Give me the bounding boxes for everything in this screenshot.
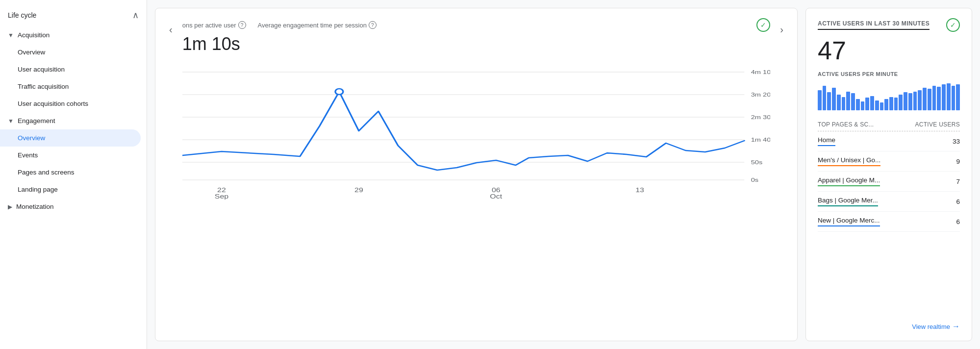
sidebar-item-overview-eng[interactable]: Overview [0, 129, 141, 147]
realtime-header: ACTIVE USERS IN LAST 30 MINUTES ✓ [818, 18, 960, 32]
bar [875, 100, 879, 110]
svg-text:22: 22 [217, 187, 226, 194]
acquisition-label: Acquisition [18, 31, 50, 39]
realtime-card: ACTIVE USERS IN LAST 30 MINUTES ✓ 47 ACT… [805, 8, 972, 341]
chart-center: ons per active user ? Average engagement… [182, 18, 771, 199]
sidebar-item-events[interactable]: Events [0, 147, 141, 164]
realtime-title: ACTIVE USERS IN LAST 30 MINUTES [818, 20, 930, 30]
bar [918, 90, 922, 110]
view-realtime-link[interactable]: View realtime → [818, 316, 960, 331]
chart-svg: 4m 10s 3m 20s 2m 30s 1m 40s 50s 0s 22 Se… [182, 62, 771, 199]
sidebar-item-user-acquisition-cohorts[interactable]: User acquisition cohorts [0, 95, 141, 112]
lifecycle-header[interactable]: Life cycle ∧ [0, 4, 147, 26]
metric-value: 1m 10s [182, 34, 771, 54]
bar [923, 88, 927, 110]
svg-text:0s: 0s [751, 177, 758, 183]
bar [956, 84, 960, 110]
table-row: Apparel | Google M...7 [818, 172, 960, 192]
sidebar-item-traffic-acquisition[interactable]: Traffic acquisition [0, 78, 141, 95]
bar [827, 92, 831, 110]
sidebar-item-overview-acq[interactable]: Overview [0, 44, 141, 61]
col2-header: ACTIVE USERS [915, 121, 960, 128]
bar [861, 101, 865, 110]
bar [837, 95, 841, 110]
table-row: Men's / Unisex | Go...9 [818, 151, 960, 172]
sidebar-item-user-acquisition[interactable]: User acquisition [0, 61, 141, 78]
metric-info-icon[interactable]: ? [238, 21, 246, 29]
chart-header: ons per active user ? Average engagement… [182, 18, 771, 32]
bar [928, 89, 931, 110]
svg-text:3m 20s: 3m 20s [751, 92, 770, 98]
bar [884, 99, 888, 110]
bar [942, 84, 946, 110]
bar [908, 93, 912, 110]
table-row: New | Google Merc...6 [818, 212, 960, 232]
avg-engagement-label: Average engagement time per session ? [258, 21, 377, 29]
bar [880, 102, 884, 111]
next-arrow[interactable]: › [778, 22, 785, 37]
bar [870, 96, 874, 110]
bar [899, 95, 903, 110]
table-row-label: Bags | Google Mer... [818, 197, 878, 206]
per-minute-bar-chart [818, 81, 960, 110]
svg-text:50s: 50s [751, 159, 762, 166]
table-row: Bags | Google Mer...6 [818, 192, 960, 212]
line-chart: 4m 10s 3m 20s 2m 30s 1m 40s 50s 0s 22 Se… [182, 62, 771, 199]
monetization-arrow: ▶ [8, 203, 12, 210]
lifecycle-chevron: ∧ [132, 10, 139, 21]
table-row-value: 9 [956, 158, 960, 165]
per-minute-label: ACTIVE USERS PER MINUTE [818, 71, 960, 77]
bar [842, 97, 846, 111]
acquisition-arrow: ▼ [8, 32, 14, 39]
bar [846, 92, 850, 111]
sidebar-item-pages-and-screens[interactable]: Pages and screens [0, 164, 141, 181]
table-row-label: Men's / Unisex | Go... [818, 156, 880, 166]
table-header: TOP PAGES & SC... ACTIVE USERS [818, 118, 960, 131]
table-body: Home33Men's / Unisex | Go...9Apparel | G… [818, 131, 960, 232]
monetization-label: Monetization [16, 203, 54, 210]
sidebar-item-monetization[interactable]: ▶ Monetization [0, 198, 147, 215]
bar [937, 87, 941, 110]
main-content: ‹ ons per active user ? Average engageme… [147, 0, 980, 349]
table-row-label: Apparel | Google M... [818, 176, 880, 186]
view-realtime-label: View realtime [912, 323, 950, 330]
sidebar-item-engagement[interactable]: ▼ Engagement [0, 112, 147, 129]
svg-text:13: 13 [635, 187, 644, 194]
table-row-value: 7 [956, 178, 960, 185]
chart-nav: ‹ ons per active user ? Average engageme… [167, 18, 785, 199]
sidebar: Life cycle ∧ ▼ Acquisition Overview User… [0, 0, 147, 349]
bar [932, 86, 936, 110]
chart-card: ‹ ons per active user ? Average engageme… [155, 8, 798, 341]
table-row-value: 6 [956, 218, 960, 225]
engagement-label: Engagement [18, 117, 55, 125]
bar [818, 90, 822, 110]
table-row-label: New | Google Merc... [818, 217, 880, 226]
col1-header: TOP PAGES & SC... [818, 121, 874, 128]
bar [913, 92, 917, 111]
svg-text:29: 29 [354, 187, 363, 194]
sidebar-item-landing-page[interactable]: Landing page [0, 181, 141, 198]
bar [889, 97, 893, 111]
bar [851, 93, 855, 110]
bar [947, 83, 951, 110]
svg-text:1m 40s: 1m 40s [751, 137, 770, 143]
lifecycle-label: Life cycle [8, 11, 36, 19]
table-row-value: 33 [953, 138, 960, 145]
avg-info-icon[interactable]: ? [369, 21, 377, 29]
svg-text:Sep: Sep [214, 193, 228, 199]
realtime-user-count: 47 [818, 38, 960, 63]
view-realtime-arrow: → [952, 322, 960, 331]
prev-arrow[interactable]: ‹ [167, 22, 175, 37]
svg-text:4m 10s: 4m 10s [751, 69, 770, 75]
bar [856, 99, 860, 110]
table-row-value: 6 [956, 198, 960, 205]
bar [904, 92, 907, 110]
svg-point-12 [335, 89, 343, 95]
table-row-label: Home [818, 136, 835, 146]
bar [823, 86, 827, 110]
sidebar-item-acquisition[interactable]: ▼ Acquisition [0, 26, 147, 44]
svg-text:Oct: Oct [490, 193, 502, 199]
bar [832, 88, 836, 110]
svg-text:06: 06 [492, 187, 501, 194]
chart-check-icon: ✓ [756, 18, 770, 32]
